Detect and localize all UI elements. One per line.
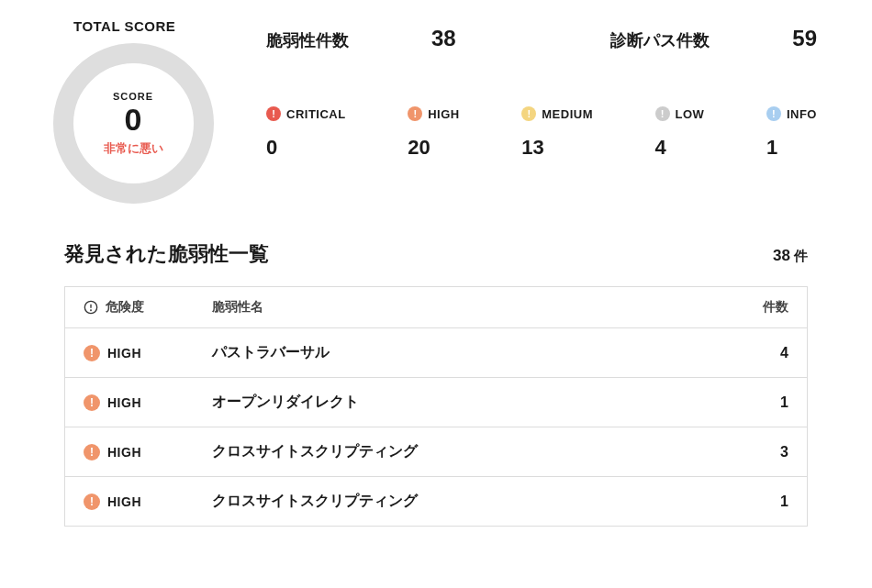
severity-high-label: HIGH bbox=[428, 107, 460, 121]
severity-info-label: INFO bbox=[787, 107, 817, 121]
stats-top-row: 脆弱性件数 38 診断パス件数 59 bbox=[266, 26, 835, 51]
alert-icon: ! bbox=[655, 106, 670, 121]
alert-icon: ! bbox=[521, 106, 536, 121]
row-name: クロスサイトスクリプティング bbox=[212, 492, 733, 511]
score-gauge-label: SCORE bbox=[113, 91, 153, 102]
vuln-list-header: 発見された脆弱性一覧 38件 bbox=[64, 240, 808, 268]
row-count: 1 bbox=[733, 494, 788, 510]
vuln-count-value: 38 bbox=[431, 26, 456, 51]
vuln-list-count-unit: 件 bbox=[794, 248, 808, 263]
severity-high-count: 20 bbox=[408, 136, 460, 160]
alert-icon: ! bbox=[84, 394, 100, 411]
severity-row: ! CRITICAL 0 ! HIGH 20 ! MEDIUM 13 bbox=[266, 106, 835, 160]
alert-icon: ! bbox=[84, 345, 100, 361]
col-header-name: 脆弱性名 bbox=[212, 299, 733, 316]
row-severity: ! HIGH bbox=[84, 345, 212, 361]
path-count-block: 診断パス件数 59 bbox=[610, 26, 817, 51]
svg-point-2 bbox=[91, 310, 92, 311]
severity-critical: ! CRITICAL 0 bbox=[266, 106, 346, 160]
vuln-table-header-row: 危険度 脆弱性名 件数 bbox=[65, 287, 807, 328]
vuln-list-count-value: 38 bbox=[773, 247, 790, 264]
severity-medium-count: 13 bbox=[521, 136, 593, 160]
alert-icon: ! bbox=[84, 444, 100, 460]
row-severity: ! HIGH bbox=[84, 394, 212, 411]
score-gauge-value: 0 bbox=[125, 104, 142, 135]
severity-low: ! LOW 4 bbox=[655, 106, 705, 160]
row-count: 1 bbox=[733, 394, 788, 411]
row-name: クロスサイトスクリプティング bbox=[212, 442, 733, 461]
row-severity: ! HIGH bbox=[84, 444, 212, 460]
severity-critical-header: ! CRITICAL bbox=[266, 106, 346, 121]
severity-medium-header: ! MEDIUM bbox=[521, 106, 593, 121]
total-score-label: TOTAL SCORE bbox=[37, 18, 229, 34]
alert-icon: ! bbox=[408, 106, 422, 121]
row-severity-label: HIGH bbox=[107, 346, 141, 361]
row-severity-label: HIGH bbox=[107, 395, 141, 410]
alert-icon: ! bbox=[84, 494, 100, 510]
path-count-label: 診断パス件数 bbox=[610, 29, 710, 51]
vuln-count-block: 脆弱性件数 38 bbox=[266, 26, 456, 51]
severity-critical-count: 0 bbox=[266, 136, 346, 160]
vuln-list-title: 発見された脆弱性一覧 bbox=[64, 240, 269, 268]
severity-low-label: LOW bbox=[676, 107, 705, 121]
row-count: 4 bbox=[733, 345, 788, 361]
vuln-count-label: 脆弱性件数 bbox=[266, 29, 349, 51]
severity-medium: ! MEDIUM 13 bbox=[521, 106, 593, 160]
col-header-severity-label: 危険度 bbox=[106, 299, 144, 316]
severity-critical-label: CRITICAL bbox=[286, 107, 346, 121]
warning-icon bbox=[84, 300, 98, 315]
severity-high: ! HIGH 20 bbox=[408, 106, 460, 160]
table-row[interactable]: ! HIGH クロスサイトスクリプティング 3 bbox=[65, 427, 807, 477]
score-column: TOTAL SCORE SCORE 0 非常に悪い bbox=[37, 18, 229, 204]
score-gauge-status: 非常に悪い bbox=[104, 140, 163, 157]
alert-icon: ! bbox=[266, 106, 281, 121]
vuln-list-section: 発見された脆弱性一覧 38件 危険度 脆弱性名 件数 ! bbox=[37, 240, 835, 527]
severity-high-header: ! HIGH bbox=[408, 106, 460, 121]
severity-low-count: 4 bbox=[655, 136, 705, 160]
row-severity: ! HIGH bbox=[84, 494, 212, 510]
severity-info-header: ! INFO bbox=[766, 106, 817, 121]
stats-column: 脆弱性件数 38 診断パス件数 59 ! CRITICAL 0 ! HIGH bbox=[266, 18, 835, 204]
severity-info: ! INFO 1 bbox=[766, 106, 817, 160]
summary-section: TOTAL SCORE SCORE 0 非常に悪い 脆弱性件数 38 診断パス件… bbox=[37, 18, 835, 204]
col-header-severity: 危険度 bbox=[84, 299, 212, 316]
col-header-count: 件数 bbox=[733, 299, 788, 316]
row-name: オープンリダイレクト bbox=[212, 393, 733, 412]
row-severity-label: HIGH bbox=[107, 494, 141, 509]
row-count: 3 bbox=[733, 444, 788, 460]
vuln-table: 危険度 脆弱性名 件数 ! HIGH パストラバーサル 4 ! HIGH オープ… bbox=[64, 286, 808, 527]
severity-low-header: ! LOW bbox=[655, 106, 705, 121]
score-gauge: SCORE 0 非常に悪い bbox=[53, 43, 214, 204]
severity-medium-label: MEDIUM bbox=[542, 107, 593, 121]
table-row[interactable]: ! HIGH パストラバーサル 4 bbox=[65, 328, 807, 378]
alert-icon: ! bbox=[766, 106, 781, 121]
path-count-value: 59 bbox=[792, 26, 817, 51]
severity-info-count: 1 bbox=[766, 136, 817, 160]
table-row[interactable]: ! HIGH クロスサイトスクリプティング 1 bbox=[65, 477, 807, 526]
vuln-list-count: 38件 bbox=[773, 247, 808, 265]
row-name: パストラバーサル bbox=[212, 343, 733, 362]
table-row[interactable]: ! HIGH オープンリダイレクト 1 bbox=[65, 378, 807, 427]
row-severity-label: HIGH bbox=[107, 445, 141, 460]
